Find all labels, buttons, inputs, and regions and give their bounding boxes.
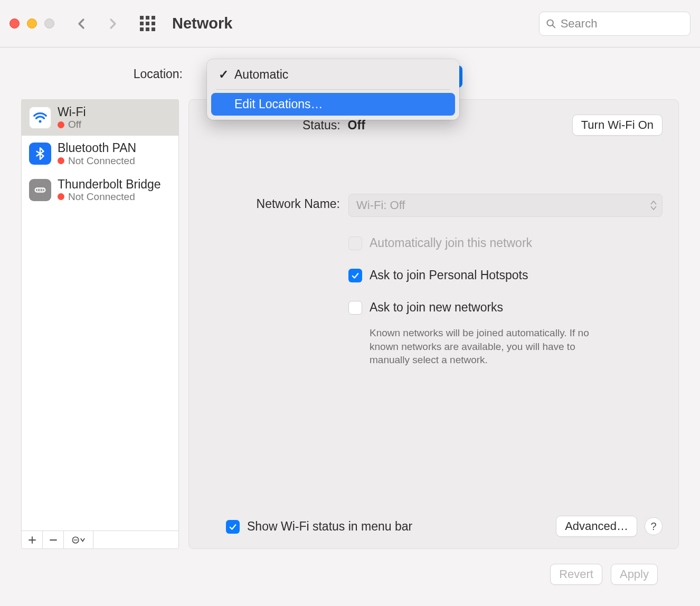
status-dot-icon (58, 121, 64, 128)
window-controls (10, 18, 54, 29)
svg-point-9 (75, 539, 76, 540)
service-status: Not Connected (68, 155, 135, 167)
close-window-button[interactable] (10, 18, 20, 29)
service-name: Thunderbolt Bridge (58, 177, 161, 191)
footer-buttons: Revert Apply (21, 549, 679, 606)
show-menubar-checkbox[interactable] (226, 520, 240, 534)
service-text: Bluetooth PAN Not Connected (58, 141, 136, 166)
ask-new-help-text: Known networks will be joined automatica… (205, 326, 590, 367)
wifi-form: Network Name: Wi-Fi: Off Automatically j… (205, 194, 663, 367)
checkmark-icon (228, 522, 238, 532)
ask-hotspots-label: Ask to join Personal Hotspots (370, 268, 528, 282)
checkmark-icon: ✓ (219, 68, 229, 82)
status-dot-icon (58, 193, 64, 200)
nav-arrows (75, 17, 119, 30)
status-value: Off (348, 118, 365, 132)
network-name-value: Wi-Fi: Off (356, 198, 405, 212)
advanced-button[interactable]: Advanced… (556, 516, 637, 537)
show-menubar-row: Show Wi-Fi status in menu bar (205, 519, 412, 534)
location-menu: ✓ Automatic Edit Locations… (207, 59, 459, 120)
checkmark-icon (351, 271, 360, 280)
location-label: Location: (77, 67, 183, 81)
menu-item-label: Automatic (234, 68, 288, 82)
add-service-button[interactable] (22, 531, 43, 548)
zoom-window-button[interactable] (44, 18, 54, 29)
show-all-prefs-button[interactable] (140, 16, 155, 31)
svg-line-1 (552, 25, 555, 27)
toolbar: Network (0, 0, 700, 48)
pane-title: Network (172, 15, 232, 32)
forward-button[interactable] (106, 17, 119, 30)
main-panel: Status: Off Turn Wi-Fi On Network Name: … (188, 99, 679, 549)
revert-button[interactable]: Revert (550, 564, 602, 585)
service-status: Off (68, 119, 81, 130)
wifi-icon (29, 107, 51, 129)
status-label: Status: (302, 118, 340, 132)
ellipsis-chevron-icon (71, 535, 87, 545)
auto-join-label: Automatically join this network (370, 236, 532, 250)
service-list-items: Wi-Fi Off Bluetooth PAN Not Connected (22, 100, 178, 531)
menu-separator (216, 89, 450, 90)
service-name: Wi-Fi (58, 105, 86, 119)
search-input[interactable] (561, 17, 684, 31)
ask-new-label: Ask to join new networks (370, 300, 503, 315)
ask-hotspots-row: Ask to join Personal Hotspots (205, 268, 663, 282)
location-menu-item-edit[interactable]: Edit Locations… (211, 93, 455, 116)
ask-new-row: Ask to join new networks (205, 300, 663, 315)
remove-service-button[interactable] (43, 531, 64, 548)
plus-icon (27, 535, 37, 545)
svg-point-4 (37, 189, 39, 191)
popup-arrows-icon (650, 201, 657, 210)
service-item-bluetooth-pan[interactable]: Bluetooth PAN Not Connected (22, 136, 178, 172)
service-actions-button[interactable] (64, 531, 93, 548)
svg-point-2 (39, 120, 42, 123)
bluetooth-icon (29, 143, 51, 165)
service-toolbar-spacer (93, 531, 178, 548)
network-name-popup[interactable]: Wi-Fi: Off (348, 194, 663, 217)
svg-point-10 (76, 539, 77, 540)
service-item-wifi[interactable]: Wi-Fi Off (22, 100, 178, 136)
help-button[interactable]: ? (645, 517, 663, 535)
network-name-row: Network Name: Wi-Fi: Off (205, 194, 663, 217)
service-list-toolbar (22, 531, 178, 548)
bottom-row: Show Wi-Fi status in menu bar Advanced… … (205, 516, 663, 537)
service-name: Bluetooth PAN (58, 141, 136, 155)
search-field-wrap (539, 12, 690, 36)
search-icon (546, 18, 556, 30)
turn-wifi-on-button[interactable]: Turn Wi-Fi On (572, 115, 663, 136)
minus-icon (49, 535, 58, 545)
svg-point-5 (40, 189, 41, 191)
svg-point-8 (73, 539, 74, 540)
back-button[interactable] (75, 17, 88, 30)
minimize-window-button[interactable] (27, 18, 37, 29)
status-dot-icon (58, 157, 64, 164)
menu-item-label: Edit Locations… (234, 97, 323, 111)
location-menu-item-automatic[interactable]: ✓ Automatic (211, 63, 455, 86)
service-status: Not Connected (68, 191, 135, 203)
thunderbolt-icon (29, 179, 51, 201)
network-name-label: Network Name: (205, 194, 340, 211)
service-text: Wi-Fi Off (58, 105, 86, 130)
service-text: Thunderbolt Bridge Not Connected (58, 177, 161, 203)
ask-hotspots-checkbox[interactable] (348, 269, 362, 282)
apply-button[interactable]: Apply (611, 564, 658, 585)
panes: Wi-Fi Off Bluetooth PAN Not Connected (21, 99, 679, 549)
svg-point-6 (42, 189, 43, 191)
content: Location: Wi-Fi Off (0, 48, 700, 606)
auto-join-row: Automatically join this network (205, 236, 663, 250)
auto-join-checkbox (348, 236, 362, 250)
ask-new-checkbox[interactable] (348, 301, 362, 315)
show-menubar-label: Show Wi-Fi status in menu bar (247, 519, 412, 534)
service-item-thunderbolt-bridge[interactable]: Thunderbolt Bridge Not Connected (22, 172, 178, 208)
service-list: Wi-Fi Off Bluetooth PAN Not Connected (21, 99, 179, 549)
